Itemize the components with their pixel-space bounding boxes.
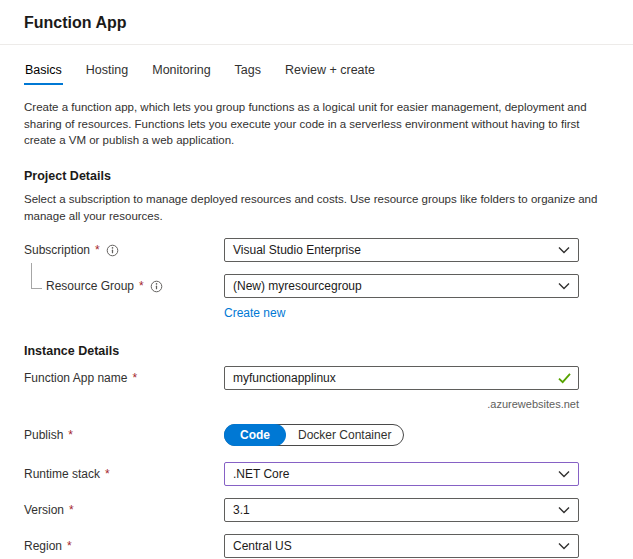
runtime-stack-value: .NET Core xyxy=(233,467,289,481)
runtime-stack-row: Runtime stack* .NET Core xyxy=(24,462,609,486)
required-mark: * xyxy=(139,279,144,293)
title-divider xyxy=(0,44,633,45)
publish-option-docker[interactable]: Docker Container xyxy=(286,424,403,446)
tab-basics[interactable]: Basics xyxy=(24,61,63,85)
version-value: 3.1 xyxy=(233,503,250,517)
function-app-name-input-wrap xyxy=(224,366,579,390)
publish-label: Publish* xyxy=(24,428,224,442)
region-row: Region* Central US xyxy=(24,534,609,558)
chevron-down-icon xyxy=(558,542,570,550)
project-details-description: Select a subscription to manage deployed… xyxy=(24,191,609,224)
section-heading-project-details: Project Details xyxy=(24,169,609,183)
resource-group-dropdown[interactable]: (New) myresourcegroup xyxy=(224,274,579,298)
info-icon[interactable] xyxy=(106,244,119,257)
runtime-stack-label: Runtime stack* xyxy=(24,467,224,481)
basics-form: Subscription* Visual Studio Enterprise R… xyxy=(24,238,609,558)
section-heading-instance-details: Instance Details xyxy=(24,344,609,358)
subscription-dropdown[interactable]: Visual Studio Enterprise xyxy=(224,238,579,262)
valid-check-icon xyxy=(558,373,571,387)
resource-group-label: Resource Group* xyxy=(24,279,224,293)
tab-hosting[interactable]: Hosting xyxy=(85,61,129,85)
subscription-label: Subscription* xyxy=(24,243,224,257)
tab-review-create[interactable]: Review + create xyxy=(284,61,376,85)
runtime-stack-dropdown[interactable]: .NET Core xyxy=(224,462,579,486)
required-mark: * xyxy=(95,243,100,257)
function-app-name-input[interactable] xyxy=(233,371,552,385)
tab-tags[interactable]: Tags xyxy=(234,61,262,85)
version-label: Version* xyxy=(24,503,224,517)
chevron-down-icon xyxy=(558,470,570,478)
function-app-name-row: Function App name* xyxy=(24,366,609,390)
tree-connector xyxy=(31,263,42,289)
chevron-down-icon xyxy=(558,246,570,254)
subscription-value: Visual Studio Enterprise xyxy=(233,243,361,257)
publish-label-text: Publish xyxy=(24,428,63,442)
region-label-text: Region xyxy=(24,539,62,553)
resource-group-label-text: Resource Group xyxy=(46,279,134,293)
chevron-down-icon xyxy=(558,282,570,290)
required-mark: * xyxy=(68,428,73,442)
info-icon[interactable] xyxy=(150,280,163,293)
create-new-row: Create new xyxy=(224,306,609,320)
function-app-name-label: Function App name* xyxy=(24,371,224,385)
region-value: Central US xyxy=(233,539,292,553)
function-app-create-page: Function App Basics Hosting Monitoring T… xyxy=(0,0,633,559)
function-app-name-label-text: Function App name xyxy=(24,371,127,385)
runtime-stack-label-text: Runtime stack xyxy=(24,467,100,481)
required-mark: * xyxy=(69,503,74,517)
version-row: Version* 3.1 xyxy=(24,498,609,522)
resource-group-row: Resource Group* (New) myresourcegroup xyxy=(24,274,609,298)
region-dropdown[interactable]: Central US xyxy=(224,534,579,558)
required-mark: * xyxy=(105,467,110,481)
required-mark: * xyxy=(67,539,72,553)
version-label-text: Version xyxy=(24,503,64,517)
version-dropdown[interactable]: 3.1 xyxy=(224,498,579,522)
subscription-row: Subscription* Visual Studio Enterprise xyxy=(24,238,609,262)
publish-toggle: Code Docker Container xyxy=(224,424,404,446)
domain-suffix: .azurewebsites.net xyxy=(224,398,579,410)
tab-monitoring[interactable]: Monitoring xyxy=(151,61,211,85)
chevron-down-icon xyxy=(558,506,570,514)
required-mark: * xyxy=(132,371,137,385)
subscription-label-text: Subscription xyxy=(24,243,90,257)
create-new-link[interactable]: Create new xyxy=(224,306,285,320)
resource-group-value: (New) myresourcegroup xyxy=(233,279,362,293)
tab-bar: Basics Hosting Monitoring Tags Review + … xyxy=(24,61,609,85)
page-title: Function App xyxy=(24,14,609,32)
intro-text: Create a function app, which lets you gr… xyxy=(24,99,609,149)
publish-row: Publish* Code Docker Container xyxy=(24,424,609,446)
publish-option-code[interactable]: Code xyxy=(224,424,286,446)
region-label: Region* xyxy=(24,539,224,553)
